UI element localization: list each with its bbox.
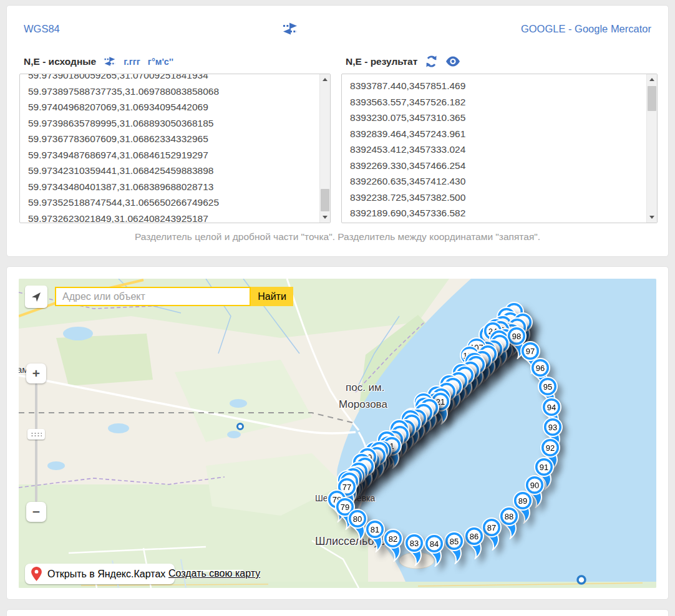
svg-text:88: 88 — [505, 512, 513, 521]
scroll-up-arrow[interactable] — [647, 74, 657, 85]
result-scrollbar[interactable] — [646, 74, 657, 223]
show-on-map-eye-icon[interactable] — [445, 56, 460, 67]
map-canvas[interactable]: ампос. им.МорозоваШереметьевкаШлиссельбу… — [19, 279, 656, 588]
result-column-header: N,E - результат — [341, 55, 658, 68]
separator-note: Разделитель целой и дробной части "точка… — [24, 231, 651, 243]
zoom-out-button[interactable]: − — [26, 502, 46, 522]
svg-text:84: 84 — [430, 539, 439, 549]
map-marker-84[interactable]: 84 — [422, 533, 447, 567]
svg-text:91: 91 — [540, 463, 548, 472]
zoom-in-button[interactable]: + — [26, 363, 46, 383]
svg-text:81: 81 — [371, 525, 379, 534]
systems-header: WGS84 GOOGLE - Google Mercator — [24, 22, 651, 36]
refresh-icon[interactable] — [425, 55, 438, 68]
svg-text:80: 80 — [353, 514, 362, 524]
next-panel-edge — [6, 609, 669, 616]
result-coordinates-text: 8393787.440,3457851.4698393563.557,34575… — [342, 78, 646, 223]
svg-text:90: 90 — [530, 481, 539, 490]
source-column-header: N,E - исходные г.ггг г°м'с'' — [19, 55, 331, 68]
result-coordinates-textarea[interactable]: 8393787.440,3457851.4698393563.557,34575… — [341, 74, 658, 223]
format-dms-link[interactable]: г°м'с'' — [148, 57, 173, 67]
scroll-thumb[interactable] — [321, 189, 329, 211]
column-labels-row: N,E - исходные г.ггг г°м'с'' N,E - резул… — [19, 55, 658, 68]
scroll-thumb[interactable] — [648, 86, 656, 111]
textareas-row: 59.97390180059265,31.0700925184193459.97… — [19, 74, 658, 223]
source-label: N,E - исходные — [24, 56, 96, 67]
scroll-down-arrow[interactable] — [647, 212, 657, 223]
zoom-slider-handle[interactable] — [27, 429, 45, 440]
svg-text:82: 82 — [389, 534, 397, 544]
svg-text:83: 83 — [410, 539, 419, 548]
open-in-yandex-maps-label: Открыть в Яндекс.Картах — [47, 569, 165, 580]
navigation-arrow-icon — [30, 291, 42, 303]
svg-text:97: 97 — [526, 347, 535, 356]
map-pin-icon — [31, 567, 42, 581]
source-coordinates-textarea[interactable]: 59.97390180059265,31.0700925184193459.97… — [19, 74, 331, 223]
source-coordinates-text: 59.97390180059265,31.0700925184193459.97… — [20, 74, 319, 223]
source-system-link[interactable]: WGS84 — [24, 23, 60, 35]
scroll-down-arrow[interactable] — [320, 212, 330, 223]
swap-columns-icon[interactable] — [104, 56, 116, 67]
result-label: N,E - результат — [346, 56, 417, 67]
svg-text:96: 96 — [536, 363, 545, 373]
source-scrollbar[interactable] — [319, 74, 330, 223]
zoom-slider-track[interactable] — [35, 383, 37, 502]
svg-text:94: 94 — [547, 403, 556, 412]
svg-text:89: 89 — [518, 496, 527, 506]
svg-text:95: 95 — [543, 382, 552, 392]
target-system-link[interactable]: GOOGLE - Google Mercator — [521, 23, 651, 35]
svg-text:86: 86 — [470, 532, 478, 541]
svg-text:87: 87 — [487, 523, 496, 532]
map-label: Морозова — [339, 398, 387, 411]
scroll-up-arrow[interactable] — [320, 74, 330, 85]
map-search-input[interactable] — [55, 287, 251, 306]
svg-text:98: 98 — [512, 332, 521, 341]
map-search-button[interactable]: Найти — [251, 287, 293, 306]
open-in-yandex-maps-button[interactable]: Открыть в Яндекс.Картах — [25, 564, 175, 584]
svg-text:92: 92 — [546, 443, 555, 453]
coordinate-converter-panel: WGS84 GOOGLE - Google Mercator N,E - исх… — [6, 5, 669, 257]
swap-systems-icon[interactable] — [282, 22, 298, 36]
map-label: пос. им. — [346, 382, 385, 394]
svg-text:85: 85 — [450, 537, 459, 546]
geolocation-button[interactable] — [25, 286, 47, 308]
svg-text:93: 93 — [548, 423, 557, 432]
format-decimal-degrees-link[interactable]: г.ггг — [124, 57, 140, 67]
create-own-map-link[interactable]: Создать свою карту — [168, 568, 260, 579]
map-panel: ампос. им.МорозоваШереметьевкаШлиссельбу… — [6, 266, 669, 600]
